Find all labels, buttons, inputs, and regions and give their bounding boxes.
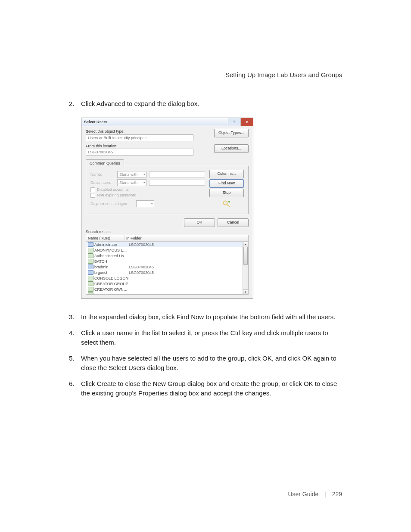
step-6-num: 6. [69,379,81,398]
page-footer: User Guide | 229 [288,491,342,498]
list-item[interactable]: bradminLSG07002045 [86,264,248,270]
nonexpiring-password-label: Non expiring password [97,193,137,197]
svg-point-0 [224,201,227,205]
step-3-text: In the expanded dialog box, click Find N… [81,312,342,322]
list-item-name: ANONYMOUS LOG... [94,248,129,252]
step-4: 4. Click a user name in the list to sele… [69,328,342,348]
ok-button[interactable]: OK [184,218,215,227]
scroll-up-icon[interactable]: ▲ [243,242,248,246]
step-4-num: 4. [69,328,81,348]
close-button[interactable]: x [240,118,253,126]
object-type-input[interactable]: Users or Built-in security principals [86,134,193,141]
name-label: Name: [90,172,115,177]
list-item[interactable]: brguestLSG07002045 [86,270,248,275]
titlebar: Select Users ? x [81,118,253,126]
step-4-text: Click a user name in the list to select … [81,328,342,348]
common-queries-panel: Name: Starts with▾ Description: Starts w… [86,166,249,214]
results-scrollbar[interactable]: ▲ ▼ [243,242,248,294]
step-5: 5. When you have selected all the users … [69,354,342,373]
footer-sep: | [324,491,326,498]
group-icon [88,259,93,264]
chevron-down-icon: ▾ [143,173,145,176]
columns-button[interactable]: Columns... [209,170,244,178]
list-item[interactable]: ANONYMOUS LOG... [86,247,248,253]
stop-button[interactable]: Stop [209,189,244,197]
scroll-thumb[interactable] [243,247,248,265]
find-now-button[interactable]: Find Now [209,179,244,188]
list-item-name: CREATOR OWNER [94,287,129,292]
description-label: Description: [90,180,115,185]
svg-line-1 [227,205,230,207]
list-item[interactable]: CREATOR OWNER [86,286,248,292]
step-2-text: Click Advanced to expand the dialog box. [81,99,342,109]
list-item[interactable]: CREATOR GROUP [86,281,248,286]
list-item[interactable]: DIALUP [86,292,248,294]
list-item-name: BATCH [94,259,129,264]
group-icon [88,281,93,286]
disabled-accounts-label: Disabled accounts [97,187,129,192]
user-icon [88,264,93,269]
days-since-label: Days since last logon: [90,202,134,206]
common-queries-tab[interactable]: Common Queries [86,159,124,166]
step-2-num: 2. [69,99,81,109]
section-header: Setting Up Image Lab Users and Groups [69,71,342,78]
dialog-title: Select Users [84,120,107,124]
group-icon [88,276,93,280]
list-item-folder: LSG07002045 [129,243,246,247]
step-6: 6. Click Create to close the New Group d… [69,379,342,398]
results-list: Name (RDN) In Folder AdministratorLSG070… [86,235,249,295]
list-item-name: Authenticated Users [94,254,129,258]
search-icon [222,200,231,208]
footer-page-number: 229 [332,491,342,498]
object-type-label: Select this object type: [86,129,125,134]
disabled-accounts-checkbox[interactable] [90,187,95,192]
scroll-down-icon[interactable]: ▼ [243,289,248,294]
list-item-name: CREATOR GROUP [94,282,129,286]
locations-button[interactable]: Locations... [214,144,249,153]
group-icon [88,287,93,292]
list-item-name: Administrator [94,243,129,247]
description-input[interactable] [149,180,205,186]
select-users-dialog: Select Users ? x Select this object type… [81,118,253,299]
days-since-select[interactable]: ▾ [136,200,154,207]
list-item-name: brguest [94,271,129,275]
list-item-name: DIALUP [94,293,129,295]
chevron-down-icon: ▾ [143,181,145,184]
name-condition-select[interactable]: Starts with▾ [117,171,146,178]
group-icon [88,292,93,294]
group-icon [88,248,93,252]
chevron-down-icon: ▾ [151,202,153,205]
step-5-text: When you have selected all the users to … [81,354,342,373]
search-results-label: Search results: [81,229,253,235]
location-input[interactable]: LSG07002045 [86,149,193,156]
list-item[interactable]: AdministratorLSG07002045 [86,242,248,247]
description-condition-select[interactable]: Starts with▾ [117,179,146,186]
step-3-num: 3. [69,312,81,322]
step-6-text: Click Create to close the New Group dial… [81,379,342,398]
list-item-folder: LSG07002045 [129,271,246,275]
list-item-name: bradmin [94,265,129,269]
list-item[interactable]: Authenticated Users [86,253,248,258]
group-icon [88,253,93,258]
step-2: 2. Click Advanced to expand the dialog b… [69,99,342,109]
location-label: From this location: [86,144,118,148]
results-header: Name (RDN) In Folder [86,235,248,242]
cancel-button[interactable]: Cancel [218,218,249,227]
footer-guide: User Guide [288,491,318,498]
col-name[interactable]: Name (RDN) [86,235,125,241]
help-button[interactable]: ? [228,118,240,126]
list-item-folder: LSG07002045 [129,265,246,269]
step-5-num: 5. [69,354,81,373]
user-icon [88,242,93,247]
user-icon [88,270,93,275]
step-3: 3. In the expanded dialog box, click Fin… [69,312,342,322]
object-types-button[interactable]: Object Types... [214,129,249,137]
list-item-name: CONSOLE LOGON [94,276,129,280]
list-item[interactable]: CONSOLE LOGON [86,275,248,281]
col-folder[interactable]: In Folder [125,235,248,241]
list-item[interactable]: BATCH [86,258,248,264]
nonexpiring-password-checkbox[interactable] [90,193,95,198]
name-input[interactable] [149,171,205,177]
